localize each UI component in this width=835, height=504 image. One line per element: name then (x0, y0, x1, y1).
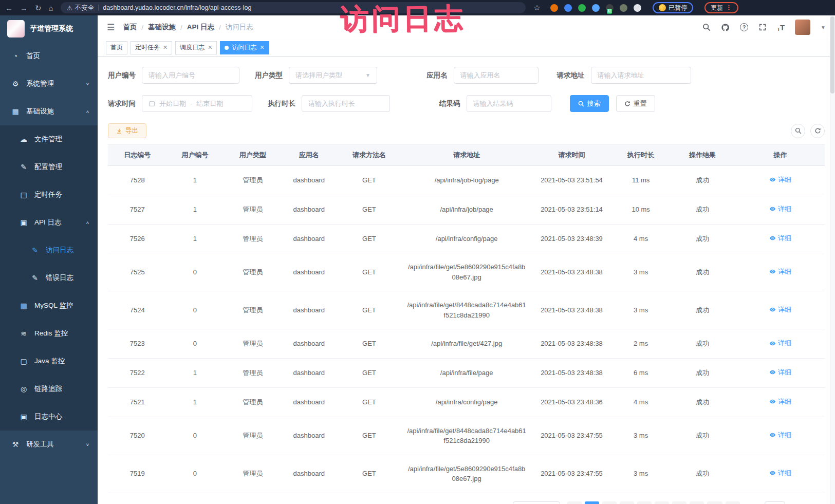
page-button[interactable]: 5 (655, 501, 669, 504)
forward-icon[interactable]: → (20, 4, 28, 12)
sidebar-item-api-log[interactable]: ▣ API 日志 ∧ (0, 209, 98, 236)
sidebar-item-cron-job[interactable]: ▤ 定时任务 (0, 181, 98, 209)
update-button[interactable]: 更新 ⋮ (704, 2, 738, 13)
scrollbar-thumb[interactable] (830, 16, 834, 94)
logo-row[interactable]: 芋道管理系统 (0, 15, 98, 42)
page-size-select[interactable]: 10条/页▼ (513, 501, 560, 504)
cell-method: GET (336, 455, 403, 493)
detail-link[interactable]: 详细 (769, 430, 791, 440)
user-avatar[interactable] (795, 20, 810, 35)
user-id-field[interactable] (142, 67, 239, 84)
cell-user-type: 管理员 (224, 224, 282, 253)
page-button[interactable]: 4 (637, 501, 652, 504)
page-button[interactable]: 6 (672, 501, 686, 504)
page-button[interactable]: 1 (585, 501, 599, 504)
address-bar[interactable]: ⚠不安全 dashboard.yudao.iocoder.cn/infra/lo… (61, 2, 526, 13)
sidebar-item-trace[interactable]: ◎ 链路追踪 (0, 375, 98, 403)
goto-page-input[interactable] (765, 501, 785, 504)
bookmark-star-icon[interactable]: ☆ (534, 4, 541, 12)
close-icon[interactable]: ✕ (208, 44, 212, 51)
app-name-field[interactable] (454, 67, 539, 84)
detail-link[interactable]: 详细 (769, 305, 791, 315)
cell-app: dashboard (282, 253, 336, 291)
search-icon[interactable] (702, 23, 711, 31)
back-icon[interactable]: ← (5, 4, 13, 12)
extension-translate-icon[interactable]: 翻 (606, 4, 614, 12)
chevron-down-icon: ∨ (86, 442, 89, 447)
sidebar-item-redis-monitor[interactable]: ≋ Redis 监控 (0, 320, 98, 347)
github-icon[interactable] (721, 23, 730, 32)
page-button[interactable]: 3 (620, 501, 634, 504)
font-size-icon[interactable]: TT (777, 23, 785, 32)
sidebar-item-system[interactable]: ⚙ 系统管理 ∨ (0, 70, 98, 98)
extension-gray-icon[interactable] (620, 4, 627, 12)
page-button[interactable]: 753 (707, 501, 722, 504)
sidebar-item-infra[interactable]: ▦ 基础设施 ∧ (0, 98, 98, 125)
cell-method: GET (336, 359, 403, 388)
tab-schedule-log[interactable]: 调度日志✕ (175, 41, 217, 54)
detail-link[interactable]: 详细 (769, 397, 791, 407)
cell-result: 成功 (669, 329, 736, 359)
user-type-select[interactable]: 请选择用户类型▼ (289, 67, 377, 84)
menu-dots-icon[interactable]: ⋮ (726, 4, 732, 11)
scrollbar[interactable] (830, 15, 835, 504)
more-pages-button[interactable]: ••• (690, 501, 704, 504)
tab-access-log[interactable]: 访问日志✕ (220, 41, 269, 54)
detail-link[interactable]: 详细 (769, 367, 791, 378)
breadcrumb-home[interactable]: 首页 (123, 23, 137, 32)
refresh-button[interactable] (810, 124, 825, 138)
detail-link[interactable]: 详细 (769, 175, 791, 185)
sidebar-item-access-log[interactable]: ✎ 访问日志 (0, 236, 98, 264)
chevron-down-icon[interactable]: ▼ (821, 25, 826, 30)
collapse-menu-icon[interactable]: ☰ (107, 22, 115, 33)
next-page-button[interactable]: › (726, 501, 740, 504)
reset-button[interactable]: 重置 (616, 95, 655, 112)
reload-icon[interactable]: ↻ (35, 4, 42, 12)
detail-link[interactable]: 详细 (769, 338, 791, 348)
sidebar-item-mysql-monitor[interactable]: ▥ MySQL 监控 (0, 292, 98, 320)
sidebar-item-file-manage[interactable]: ☁ 文件管理 (0, 125, 98, 153)
page-button[interactable]: 2 (602, 501, 617, 504)
extension-orange-circle-icon[interactable] (550, 4, 558, 12)
sidebar-item-dev-tools[interactable]: ⚒ 研发工具 ∨ (0, 431, 98, 458)
close-icon[interactable]: ✕ (163, 44, 168, 51)
search-button[interactable]: 搜索 (570, 95, 609, 112)
duration-field[interactable] (302, 95, 390, 112)
cell-time: 2021-05-03 23:48:36 (531, 387, 613, 417)
cell-method: GET (336, 195, 403, 224)
sidebar-item-log-center[interactable]: ▣ 日志中心 (0, 403, 98, 431)
detail-link[interactable]: 详细 (769, 267, 791, 277)
sidebar-item-config-manage[interactable]: ✎ 配置管理 (0, 153, 98, 181)
fullscreen-icon[interactable] (758, 23, 767, 31)
cell-actions: 详细 (736, 329, 825, 359)
cell-time: 2021-05-03 23:48:38 (531, 359, 613, 388)
detail-link[interactable]: 详细 (769, 468, 791, 478)
extension-puzzle-icon[interactable] (634, 4, 641, 12)
tab-cron-job[interactable]: 定时任务✕ (131, 41, 172, 54)
extension-blue-shield-icon[interactable] (564, 4, 572, 12)
help-icon[interactable]: ? (740, 23, 748, 31)
request-time-range-picker[interactable]: 开始日期 - 结束日期 (142, 95, 252, 112)
breadcrumb-infra[interactable]: 基础设施 (148, 23, 176, 32)
detail-link[interactable]: 详细 (769, 204, 791, 214)
export-button[interactable]: 导出 (108, 123, 146, 138)
paused-badge[interactable]: 已暂停 (653, 2, 693, 13)
extension-colorful-icon[interactable] (592, 4, 600, 12)
close-icon[interactable]: ✕ (259, 44, 264, 51)
sidebar-item-error-log[interactable]: ✎ 错误日志 (0, 264, 98, 292)
security-warning[interactable]: ⚠不安全 (67, 4, 95, 12)
prev-page-button[interactable]: ‹ (567, 501, 582, 504)
result-code-field[interactable] (467, 95, 551, 112)
sidebar-item-java-monitor[interactable]: ▢ Java 监控 (0, 347, 98, 375)
cell-user-type: 管理员 (224, 195, 282, 224)
request-url-field[interactable] (591, 67, 691, 84)
sidebar-item-home[interactable]: ◔ 首页 (0, 42, 98, 70)
detail-link[interactable]: 详细 (769, 233, 791, 244)
home-icon[interactable]: ⌂ (49, 4, 53, 12)
breadcrumb-api-log[interactable]: API 日志 (187, 23, 214, 32)
cell-app: dashboard (282, 166, 336, 195)
tab-home[interactable]: 首页 (106, 41, 127, 54)
cell-time: 2021-05-03 23:48:38 (531, 291, 613, 329)
toggle-search-button[interactable] (791, 124, 805, 138)
extension-green-check-icon[interactable] (578, 4, 586, 12)
